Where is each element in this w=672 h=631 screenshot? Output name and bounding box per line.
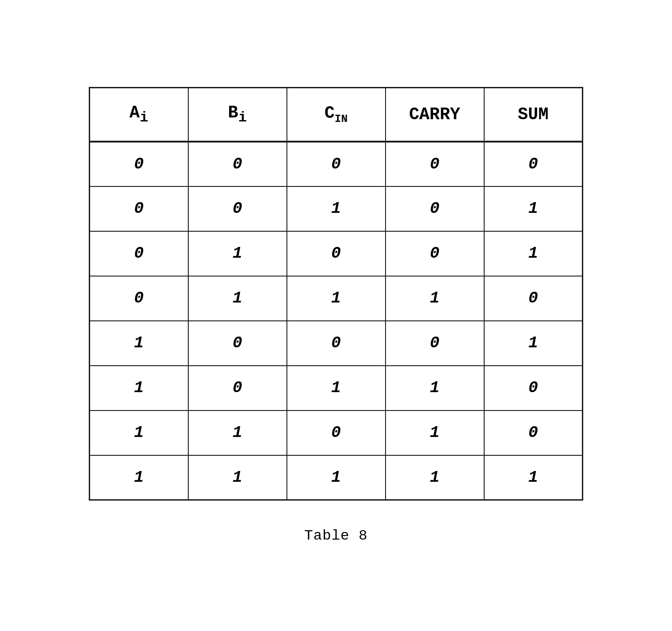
header-sum: SUM xyxy=(484,88,583,142)
header-carry: CARRY xyxy=(386,88,484,142)
table-cell: 0 xyxy=(90,276,188,321)
table-cell: 0 xyxy=(188,321,287,366)
table-cell: 1 xyxy=(287,186,386,231)
header-ai: Ai xyxy=(90,88,188,142)
table-cell: 0 xyxy=(287,321,386,366)
table-cell: 1 xyxy=(188,411,287,455)
table-cell: 1 xyxy=(386,276,484,321)
table-cell: 1 xyxy=(386,366,484,411)
table-cell: 1 xyxy=(188,455,287,500)
table-row: 00101 xyxy=(90,186,583,231)
table-cell: 1 xyxy=(484,186,583,231)
header-bi: Bi xyxy=(188,88,287,142)
table-cell: 0 xyxy=(90,142,188,186)
table-cell: 1 xyxy=(484,231,583,276)
header-cin: CIN xyxy=(287,88,386,142)
table-cell: 1 xyxy=(90,321,188,366)
table-cell: 1 xyxy=(484,455,583,500)
table-row: 11111 xyxy=(90,455,583,500)
table-cell: 0 xyxy=(386,231,484,276)
table-cell: 1 xyxy=(484,321,583,366)
table-cell: 0 xyxy=(484,366,583,411)
table-cell: 0 xyxy=(386,186,484,231)
table-cell: 1 xyxy=(188,276,287,321)
table-cell: 0 xyxy=(90,186,188,231)
table-cell: 1 xyxy=(90,411,188,455)
table-cell: 0 xyxy=(287,142,386,186)
truth-table-container: Ai Bi CIN CARRY SUM 00000001010100101110… xyxy=(89,87,583,544)
table-caption: Table 8 xyxy=(304,527,368,544)
table-cell: 0 xyxy=(188,186,287,231)
table-row: 11010 xyxy=(90,411,583,455)
table-row: 10110 xyxy=(90,366,583,411)
table-cell: 1 xyxy=(287,366,386,411)
table-row: 01110 xyxy=(90,276,583,321)
table-row: 10001 xyxy=(90,321,583,366)
table-row: 01001 xyxy=(90,231,583,276)
table-cell: 1 xyxy=(188,231,287,276)
table-row: 00000 xyxy=(90,142,583,186)
table-cell: 0 xyxy=(188,142,287,186)
table-cell: 0 xyxy=(287,231,386,276)
table-cell: 0 xyxy=(484,276,583,321)
table-cell: 0 xyxy=(386,321,484,366)
table-cell: 0 xyxy=(386,142,484,186)
table-cell: 0 xyxy=(188,366,287,411)
table-cell: 1 xyxy=(90,366,188,411)
table-cell: 0 xyxy=(484,411,583,455)
table-cell: 0 xyxy=(484,142,583,186)
table-cell: 1 xyxy=(287,276,386,321)
table-cell: 1 xyxy=(90,455,188,500)
table-cell: 0 xyxy=(287,411,386,455)
full-adder-truth-table: Ai Bi CIN CARRY SUM 00000001010100101110… xyxy=(89,87,583,501)
table-cell: 1 xyxy=(287,455,386,500)
table-cell: 0 xyxy=(90,231,188,276)
table-cell: 1 xyxy=(386,411,484,455)
table-cell: 1 xyxy=(386,455,484,500)
